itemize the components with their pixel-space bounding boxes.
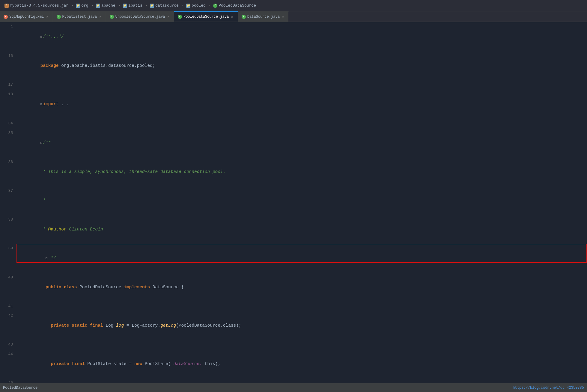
breadcrumb-label-ibatis: ibatis: [128, 3, 142, 8]
tab-icon-mybatistest: C: [57, 15, 61, 19]
folder-datasource-icon: 📁: [150, 4, 154, 8]
class-icon: C: [213, 4, 217, 8]
tab-label-pooled: PooledDataSource.java: [183, 15, 229, 19]
tab-icon-unpooled: C: [110, 15, 114, 19]
code-line-45: 45: [0, 378, 587, 383]
code-line-18: 18 ⊞import ...: [0, 90, 587, 119]
code-line-34: 34: [0, 119, 587, 128]
tab-icon-pooled: C: [178, 15, 182, 19]
breadcrumb-label-datasource: datasource: [155, 3, 179, 8]
tab-label-mybatistest: MybatisTest.java: [62, 15, 97, 19]
code-line-16: 16 package org.apache.ibatis.datasource.…: [0, 51, 587, 80]
code-line-17: 17: [0, 80, 587, 90]
code-area[interactable]: 1 ⊞/**...*/ 16 package org.apache.ibatis…: [0, 22, 587, 383]
tab-close-datasource[interactable]: ✕: [281, 14, 285, 19]
code-line-35: 35 ⊟/**: [0, 128, 587, 157]
code-line-1: 1 ⊞/**...*/: [0, 22, 587, 51]
breadcrumb-label-jar: mybatis-3.4.5-sources.jar: [10, 3, 68, 8]
tab-label-unpooled: UnpooledDataSource.java: [115, 15, 165, 19]
status-bar: PooledDataSource https://blog.csdn.net/q…: [0, 383, 587, 392]
breadcrumb-label-org: org: [81, 3, 88, 8]
breadcrumb-item-org[interactable]: 📁 org: [74, 3, 90, 8]
breadcrumb-item-pooled[interactable]: 📁 pooled: [185, 3, 207, 8]
breadcrumb-item-apache[interactable]: 📁 apache: [94, 3, 117, 8]
code-line-40: 40 public class PooledDataSource impleme…: [0, 273, 587, 301]
code-line-42: 42 private static final Log log = LogFac…: [0, 311, 587, 340]
breadcrumb-label-class: PooledDataSource: [219, 3, 256, 8]
status-url: https://blog.csdn.net/qq_42350785: [513, 386, 584, 390]
tab-unpooled[interactable]: C UnpooledDataSource.java ✕: [106, 11, 174, 22]
fold-icon-1[interactable]: ⊞: [40, 35, 43, 39]
status-left: PooledDataSource: [3, 386, 37, 390]
folder-pooled-icon: 📁: [186, 4, 190, 8]
folder-ibatis-icon: 📁: [123, 4, 127, 8]
tab-pooled[interactable]: C PooledDataSource.java ✕: [174, 11, 238, 22]
breadcrumb-label-pooled: pooled: [192, 3, 206, 8]
tab-icon-sqlmapconfig: X: [4, 15, 8, 19]
code-line-38: 38 * @author Clinton Begin: [0, 215, 587, 244]
breadcrumb-item-jar[interactable]: J mybatis-3.4.5-sources.jar: [3, 3, 70, 8]
code-editor: 1 ⊞/**...*/ 16 package org.apache.ibatis…: [0, 22, 587, 383]
highlight-region: 39 ⊟ */ 40 public class PooledDataSource…: [0, 244, 587, 301]
code-line-41: 41: [0, 301, 587, 311]
tab-sqlmapconfig[interactable]: X SqlMapConfig.xml ✕: [0, 11, 53, 22]
tabs-bar: X SqlMapConfig.xml ✕ C MybatisTest.java …: [0, 11, 587, 22]
tab-close-sqlmapconfig[interactable]: ✕: [45, 14, 49, 19]
tab-mybatistest[interactable]: C MybatisTest.java ✕: [53, 11, 106, 22]
jar-icon: J: [4, 4, 9, 8]
tab-close-unpooled[interactable]: ✕: [166, 14, 170, 19]
fold-icon-18[interactable]: ⊞: [40, 102, 43, 106]
fold-icon-39[interactable]: ⊟: [46, 257, 48, 260]
tab-close-pooled[interactable]: ✕: [230, 15, 234, 19]
code-line-36: 36 * This is a simple, synchronous, thre…: [0, 157, 587, 186]
tab-close-mybatistest[interactable]: ✕: [98, 14, 102, 19]
code-line-43: 43: [0, 340, 587, 349]
tab-datasource[interactable]: I DataSource.java ✕: [238, 11, 289, 22]
folder-org-icon: 📁: [76, 4, 80, 8]
code-line-44: 44 private final PoolState state = new P…: [0, 349, 587, 378]
breadcrumb-item-ibatis[interactable]: 📁 ibatis: [121, 3, 144, 8]
breadcrumb-bar: J mybatis-3.4.5-sources.jar › 📁 org › 📁 …: [0, 0, 587, 11]
code-line-37: 37 *: [0, 186, 587, 215]
tab-label-sqlmapconfig: SqlMapConfig.xml: [9, 15, 44, 19]
breadcrumb-item-class[interactable]: C PooledDataSource: [212, 3, 258, 8]
breadcrumb-item-datasource[interactable]: 📁 datasource: [148, 3, 180, 8]
tab-icon-datasource: I: [242, 15, 246, 19]
breadcrumb-label-apache: apache: [101, 3, 115, 8]
status-class-name: PooledDataSource: [3, 386, 37, 390]
folder-apache-icon: 📁: [96, 4, 100, 8]
fold-icon-35[interactable]: ⊟: [40, 141, 43, 145]
tab-label-datasource: DataSource.java: [247, 15, 280, 19]
code-line-39: 39 ⊟ */: [0, 244, 587, 273]
